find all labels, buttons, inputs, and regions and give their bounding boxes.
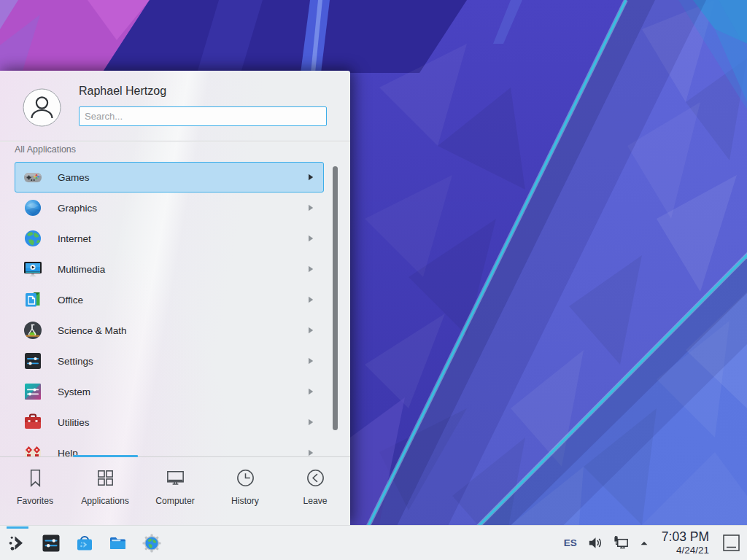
category-settings[interactable]: Settings	[15, 346, 324, 376]
help-icon	[23, 443, 43, 456]
launcher-tabbar: FavoritesApplicationsComputerHistoryLeav…	[0, 459, 350, 525]
submenu-arrow-icon	[308, 388, 314, 395]
keyboard-layout-indicator[interactable]: ES	[564, 537, 577, 548]
category-label: Games	[58, 172, 308, 183]
clock-date: 4/24/21	[662, 545, 709, 556]
submenu-arrow-icon	[308, 449, 314, 456]
search-input[interactable]	[79, 106, 327, 126]
monitor-icon	[164, 467, 187, 489]
user-name: Raphael Hertzog	[79, 85, 166, 98]
category-label: Utilities	[58, 417, 308, 428]
category-multimedia[interactable]: Multimedia	[15, 254, 324, 284]
tab-history[interactable]: History	[210, 459, 280, 525]
digital-clock[interactable]: 7:03 PM 4/24/21	[662, 531, 709, 556]
category-label: Science & Math	[58, 325, 308, 336]
tab-label: Favorites	[17, 496, 53, 506]
category-label: Office	[58, 295, 308, 306]
web-browser-button[interactable]	[142, 533, 162, 553]
tab-leave[interactable]: Leave	[280, 459, 350, 525]
gamepad-icon	[23, 167, 43, 187]
submenu-arrow-icon	[308, 174, 314, 181]
tab-computer[interactable]: Computer	[140, 459, 210, 525]
category-office[interactable]: Office	[15, 284, 324, 315]
desktop: Raphael Hertzog All Applications GamesGr…	[0, 0, 747, 560]
category-label: Multimedia	[58, 264, 308, 275]
settings-dark-icon	[41, 533, 61, 553]
category-label: Settings	[58, 356, 308, 367]
system-settings-button[interactable]	[41, 533, 61, 553]
expand-tray-caret-icon[interactable]	[639, 538, 649, 548]
user-avatar-icon[interactable]	[23, 88, 61, 127]
system-tray: ES 7:03 PM 4/24/21	[564, 531, 747, 556]
category-system[interactable]: System	[15, 376, 324, 407]
discover-bag-icon	[74, 533, 95, 553]
taskbar: ES 7:03 PM 4/24/21	[0, 525, 747, 560]
submenu-arrow-icon	[308, 204, 314, 211]
kickoff-icon	[7, 533, 28, 553]
application-launcher-button[interactable]	[7, 533, 28, 553]
tab-applications[interactable]: Applications	[70, 459, 140, 525]
globe-gear-icon	[142, 533, 162, 553]
clock-time: 7:03 PM	[662, 531, 709, 544]
submenu-arrow-icon	[308, 296, 314, 303]
globe-icon	[23, 228, 43, 249]
volume-icon[interactable]	[587, 534, 603, 551]
settings-sliders-icon	[23, 351, 43, 371]
discover-button[interactable]	[74, 533, 95, 553]
tab-label: History	[231, 496, 259, 506]
utilities-toolbox-icon	[23, 412, 43, 432]
grid-icon	[94, 467, 117, 489]
file-manager-button[interactable]	[108, 533, 128, 553]
system-sliders-icon	[23, 381, 43, 402]
category-label: System	[58, 386, 308, 397]
category-list: GamesGraphicsInternetMultimediaOfficeSci…	[0, 162, 350, 456]
multimedia-monitor-icon	[23, 259, 43, 279]
bookmark-icon	[24, 467, 47, 489]
leave-icon	[304, 467, 327, 489]
submenu-arrow-icon	[308, 419, 314, 426]
category-label: Internet	[58, 233, 308, 244]
tab-label: Leave	[303, 496, 327, 506]
science-flask-icon	[23, 320, 43, 341]
tab-favorites[interactable]: Favorites	[0, 459, 70, 525]
active-task-indicator	[7, 526, 28, 529]
tab-label: Applications	[81, 496, 129, 506]
submenu-arrow-icon	[308, 235, 314, 242]
submenu-arrow-icon	[308, 327, 314, 334]
category-games[interactable]: Games	[15, 162, 324, 192]
active-tab-indicator	[73, 455, 138, 457]
category-science-math[interactable]: Science & Math	[15, 315, 324, 346]
category-internet[interactable]: Internet	[15, 223, 324, 254]
paint-sphere-icon	[23, 198, 43, 218]
scrollbar-thumb[interactable]	[333, 166, 338, 430]
section-label: All Applications	[15, 144, 76, 155]
category-label: Graphics	[58, 203, 308, 214]
taskbar-app-icons	[0, 533, 162, 553]
header-divider	[0, 141, 350, 141]
category-graphics[interactable]: Graphics	[15, 192, 324, 223]
category-help[interactable]: Help	[15, 438, 324, 456]
show-desktop-button[interactable]	[721, 533, 741, 553]
application-launcher-menu: Raphael Hertzog All Applications GamesGr…	[0, 71, 350, 525]
network-icon[interactable]	[613, 534, 630, 551]
category-utilities[interactable]: Utilities	[15, 407, 324, 438]
submenu-arrow-icon	[308, 357, 314, 365]
office-document-icon	[23, 289, 43, 310]
folder-icon	[108, 533, 128, 553]
submenu-arrow-icon	[308, 265, 314, 273]
tab-label: Computer	[155, 496, 195, 506]
clock-icon	[234, 467, 257, 489]
tabbar-divider	[0, 456, 350, 457]
